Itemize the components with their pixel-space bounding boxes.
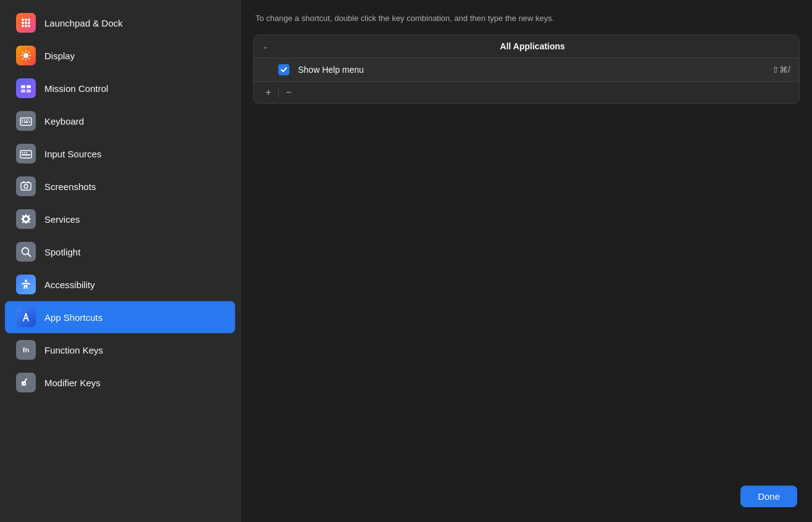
toolbar-row: + −: [254, 81, 799, 103]
sidebar-item-label-screenshots: Screenshots: [44, 181, 96, 192]
svg-rect-24: [24, 152, 25, 154]
svg-point-4: [25, 22, 27, 24]
sidebar-item-label-launchpad-dock: Launchpad & Dock: [44, 18, 123, 28]
remove-shortcut-button[interactable]: −: [280, 86, 297, 99]
sidebar-item-function-keys[interactable]: fnFunction Keys: [5, 334, 235, 366]
svg-point-7: [25, 25, 27, 27]
sidebar-item-services[interactable]: Services: [5, 203, 235, 235]
keyboard-icon: [16, 111, 36, 131]
shortcut-name: Show Help menu: [298, 65, 763, 75]
sidebar-item-label-spotlight: Spotlight: [44, 247, 80, 257]
svg-rect-13: [27, 89, 31, 93]
sidebar-item-label-accessibility: Accessibility: [44, 280, 95, 290]
sidebar-item-label-display: Display: [44, 51, 75, 61]
main-content: To change a shortcut, double click the k…: [241, 0, 812, 522]
instruction-text: To change a shortcut, double click the k…: [253, 12, 800, 25]
svg-rect-17: [26, 120, 27, 121]
group-header[interactable]: ⌄ All Applications: [254, 35, 799, 58]
sidebar-item-label-app-shortcuts: App Shortcuts: [44, 312, 102, 323]
svg-rect-27: [21, 183, 31, 190]
sidebar-item-keyboard[interactable]: Keyboard: [5, 105, 235, 137]
accessibility-icon: [16, 275, 36, 294]
svg-point-8: [28, 25, 30, 27]
app-shortcuts-icon: [16, 307, 36, 327]
svg-point-5: [28, 22, 30, 24]
sidebar-item-label-mission-control: Mission Control: [44, 83, 108, 94]
sidebar-item-mission-control[interactable]: Mission Control: [5, 72, 235, 104]
svg-rect-26: [22, 154, 30, 155]
shortcut-checkbox[interactable]: [278, 64, 289, 75]
sidebar-item-spotlight[interactable]: Spotlight: [5, 236, 235, 268]
sidebar-item-label-input-sources: Input Sources: [44, 149, 102, 159]
sidebar-item-label-function-keys: Function Keys: [44, 345, 103, 355]
svg-point-6: [22, 25, 24, 27]
sidebar-item-app-shortcuts[interactable]: App Shortcuts: [5, 301, 235, 333]
shortcuts-panel: ⌄ All Applications Show Help menu ⇧⌘/ + …: [253, 35, 800, 104]
sidebar-item-label-keyboard: Keyboard: [44, 116, 84, 126]
sidebar-item-display[interactable]: Display: [5, 39, 235, 72]
modifier-keys-icon: [16, 373, 36, 392]
input-sources-icon: [16, 144, 36, 164]
svg-point-1: [25, 19, 27, 21]
spotlight-icon: [16, 242, 36, 262]
svg-rect-20: [24, 122, 28, 123]
svg-rect-11: [27, 85, 31, 88]
svg-rect-29: [27, 181, 29, 183]
sidebar-item-accessibility[interactable]: Accessibility: [5, 268, 235, 300]
group-title: All Applications: [275, 41, 790, 51]
svg-rect-21: [29, 122, 30, 123]
done-button[interactable]: Done: [740, 486, 797, 507]
svg-rect-16: [24, 120, 25, 121]
svg-point-30: [24, 184, 28, 188]
display-icon: [16, 46, 36, 65]
launchpad-dock-icon: [16, 13, 36, 33]
svg-rect-19: [22, 122, 23, 123]
sidebar: Launchpad & Dock Display Mission Control…: [0, 0, 241, 522]
services-icon: [16, 209, 36, 229]
svg-rect-18: [28, 120, 30, 121]
svg-rect-10: [21, 85, 25, 88]
screenshots-icon: [16, 176, 36, 196]
svg-rect-25: [26, 152, 27, 154]
svg-point-2: [28, 19, 30, 21]
sidebar-item-screenshots[interactable]: Screenshots: [5, 170, 235, 202]
function-keys-icon: fn: [16, 340, 36, 360]
sidebar-item-label-modifier-keys: Modifier Keys: [44, 378, 101, 388]
svg-point-33: [25, 280, 27, 282]
chevron-down-icon: ⌄: [262, 42, 268, 51]
mission-control-icon: [16, 78, 36, 98]
sidebar-item-input-sources[interactable]: Input Sources: [5, 138, 235, 170]
svg-point-0: [22, 19, 24, 21]
svg-point-3: [22, 22, 24, 24]
svg-rect-23: [22, 152, 23, 154]
shortcut-keys: ⇧⌘/: [772, 65, 790, 75]
toolbar-divider: [278, 88, 279, 97]
svg-rect-12: [21, 89, 25, 93]
sidebar-item-launchpad-dock[interactable]: Launchpad & Dock: [5, 7, 235, 39]
shortcut-row: Show Help menu ⇧⌘/: [254, 58, 799, 81]
svg-line-32: [28, 254, 31, 257]
add-shortcut-button[interactable]: +: [260, 86, 277, 99]
svg-rect-15: [22, 120, 23, 121]
sidebar-item-modifier-keys[interactable]: Modifier Keys: [5, 367, 235, 399]
svg-point-9: [23, 53, 28, 58]
svg-rect-28: [23, 181, 25, 183]
sidebar-item-label-services: Services: [44, 214, 80, 225]
